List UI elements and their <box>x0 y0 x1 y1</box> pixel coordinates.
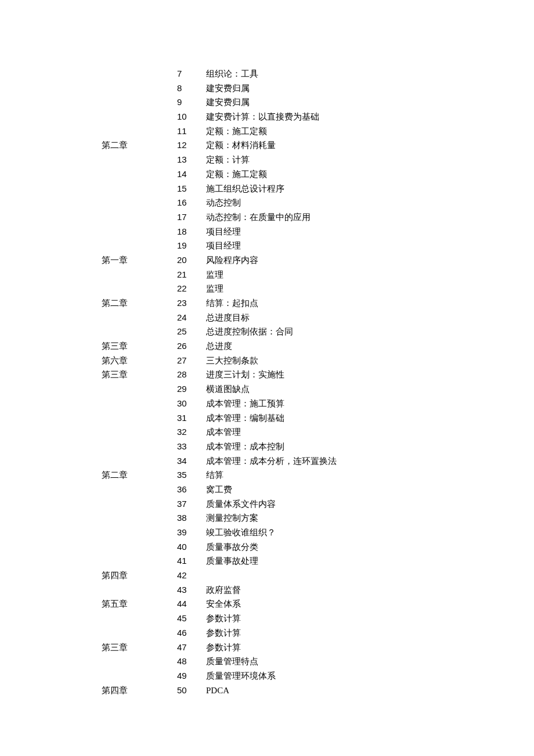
table-row: 第二章35结算 <box>102 468 534 483</box>
table-row: 第三章47参数计算 <box>102 640 534 655</box>
table-row: 11定额：施工定额 <box>102 124 534 139</box>
number-cell: 13 <box>177 153 206 167</box>
topic-cell: 建安费归属 <box>206 95 250 109</box>
chapter-cell: 第六章 <box>102 354 177 368</box>
chapter-cell: 第二章 <box>102 468 177 482</box>
number-cell: 42 <box>177 568 206 582</box>
table-row: 第三章26总进度 <box>102 339 534 354</box>
number-cell: 29 <box>177 382 206 396</box>
document-table: 7组织论：工具8建安费归属9建安费归属10建安费计算：以直接费为基础11定额：施… <box>102 67 534 697</box>
number-cell: 17 <box>177 210 206 224</box>
table-row: 22监理 <box>102 282 534 296</box>
table-row: 37质量体系文件内容 <box>102 497 534 512</box>
topic-cell: 竣工验收谁组织？ <box>206 525 276 539</box>
table-row: 18项目经理 <box>102 225 534 239</box>
number-cell: 10 <box>177 110 206 124</box>
chapter-cell: 第一章 <box>102 253 177 267</box>
table-row: 第二章23结算：起扣点 <box>102 296 534 311</box>
table-row: 25总进度控制依据：合同 <box>102 325 534 339</box>
table-row: 24总进度目标 <box>102 311 534 325</box>
topic-cell: 总进度 <box>206 339 232 353</box>
topic-cell: 质量事故分类 <box>206 540 258 554</box>
table-row: 31成本管理：编制基础 <box>102 411 534 426</box>
number-cell: 47 <box>177 640 206 654</box>
number-cell: 34 <box>177 454 206 468</box>
chapter-cell: 第二章 <box>102 138 177 152</box>
topic-cell: 安全体系 <box>206 597 241 611</box>
number-cell: 22 <box>177 282 206 296</box>
topic-cell: 施工组织总设计程序 <box>206 182 284 196</box>
table-row: 9建安费归属 <box>102 95 534 110</box>
topic-cell: 风险程序内容 <box>206 253 258 267</box>
topic-cell: 质量体系文件内容 <box>206 497 276 511</box>
number-cell: 28 <box>177 368 206 381</box>
number-cell: 20 <box>177 253 206 267</box>
table-row: 40质量事故分类 <box>102 540 534 555</box>
number-cell: 21 <box>177 268 206 282</box>
topic-cell: 质量管理环境体系 <box>206 669 276 683</box>
topic-cell: 成本管理 <box>206 425 241 439</box>
number-cell: 38 <box>177 511 206 525</box>
topic-cell: 质量管理特点 <box>206 654 258 668</box>
topic-cell: 监理 <box>206 268 223 282</box>
chapter-cell: 第三章 <box>102 339 177 353</box>
number-cell: 18 <box>177 225 206 239</box>
table-row: 43政府监督 <box>102 583 534 597</box>
number-cell: 40 <box>177 540 206 554</box>
number-cell: 8 <box>177 81 206 95</box>
number-cell: 7 <box>177 67 206 81</box>
table-row: 第二章12定额：材料消耗量 <box>102 138 534 153</box>
topic-cell: 三大控制条款 <box>206 354 258 368</box>
chapter-cell: 第三章 <box>102 640 177 654</box>
number-cell: 23 <box>177 296 206 310</box>
table-row: 45参数计算 <box>102 611 534 626</box>
table-row: 30成本管理：施工预算 <box>102 397 534 411</box>
table-row: 8建安费归属 <box>102 81 534 96</box>
table-row: 36窝工费 <box>102 483 534 497</box>
topic-cell: 窝工费 <box>206 483 232 496</box>
chapter-cell: 第四章 <box>102 683 177 697</box>
topic-cell: 动态控制 <box>206 196 241 210</box>
topic-cell: 测量控制方案 <box>206 511 258 525</box>
number-cell: 30 <box>177 397 206 411</box>
table-row: 39竣工验收谁组织？ <box>102 525 534 540</box>
number-cell: 11 <box>177 124 206 138</box>
number-cell: 37 <box>177 497 206 511</box>
number-cell: 35 <box>177 468 206 482</box>
topic-cell: 参数计算 <box>206 640 241 654</box>
topic-cell: 结算：起扣点 <box>206 296 258 310</box>
table-row: 33成本管理：成本控制 <box>102 440 534 454</box>
chapter-cell: 第二章 <box>102 296 177 310</box>
table-row: 49质量管理环境体系 <box>102 669 534 683</box>
topic-cell: 成本管理：成本控制 <box>206 440 284 453</box>
table-row: 13定额：计算 <box>102 153 534 167</box>
topic-cell: 质量事故处理 <box>206 554 258 568</box>
topic-cell: 参数计算 <box>206 611 241 625</box>
topic-cell: PDCA <box>206 683 229 697</box>
number-cell: 36 <box>177 483 206 496</box>
topic-cell: 参数计算 <box>206 626 241 640</box>
chapter-cell: 第四章 <box>102 568 177 582</box>
number-cell: 31 <box>177 411 206 425</box>
number-cell: 15 <box>177 182 206 196</box>
topic-cell: 定额：施工定额 <box>206 124 267 138</box>
table-row: 38测量控制方案 <box>102 511 534 525</box>
topic-cell: 结算 <box>206 468 223 482</box>
number-cell: 39 <box>177 525 206 539</box>
topic-cell: 动态控制：在质量中的应用 <box>206 210 311 224</box>
topic-cell: 定额：材料消耗量 <box>206 138 276 152</box>
table-row: 32成本管理 <box>102 425 534 440</box>
table-row: 14定额：施工定额 <box>102 167 534 182</box>
table-row: 19项目经理 <box>102 239 534 253</box>
number-cell: 9 <box>177 95 206 109</box>
topic-cell: 政府监督 <box>206 583 241 597</box>
number-cell: 32 <box>177 425 206 439</box>
topic-cell: 定额：施工定额 <box>206 167 267 181</box>
topic-cell: 建安费归属 <box>206 81 250 95</box>
number-cell: 44 <box>177 597 206 611</box>
number-cell: 49 <box>177 669 206 683</box>
topic-cell: 成本管理：施工预算 <box>206 397 284 411</box>
number-cell: 26 <box>177 339 206 353</box>
chapter-cell: 第三章 <box>102 368 177 381</box>
table-row: 第六章27三大控制条款 <box>102 354 534 368</box>
